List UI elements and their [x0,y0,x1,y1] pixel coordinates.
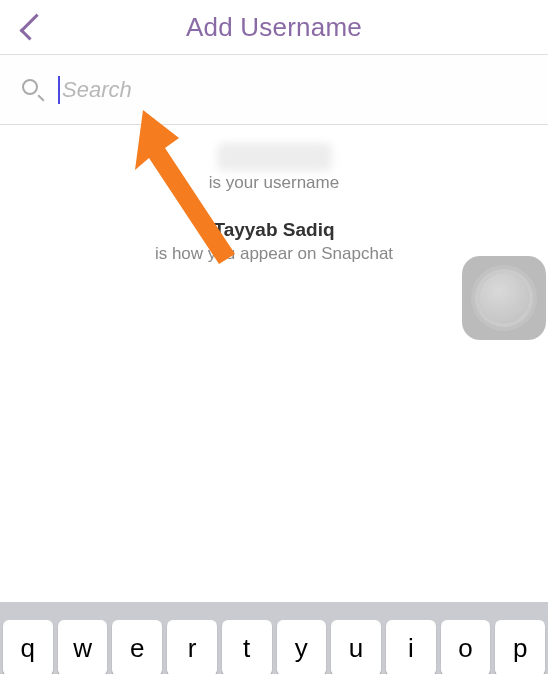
key-t[interactable]: t [222,620,272,674]
search-input-wrapper [58,77,526,103]
chevron-left-icon [20,14,47,41]
header-bar: Add Username [0,0,548,55]
key-o[interactable]: o [441,620,491,674]
page-title: Add Username [186,12,362,43]
back-button[interactable] [18,12,42,42]
key-p[interactable]: p [495,620,545,674]
key-q[interactable]: q [3,620,53,674]
keyboard: q w e r t y u i o p [0,602,548,674]
display-name: Tayyab Sadiq [0,219,548,241]
assistive-touch-button[interactable] [462,256,546,340]
search-bar[interactable] [0,55,548,125]
key-w[interactable]: w [58,620,108,674]
redacted-username [217,143,332,171]
key-i[interactable]: i [386,620,436,674]
key-u[interactable]: u [331,620,381,674]
content-area: is your username Tayyab Sadiq is how you… [0,125,548,264]
text-cursor [58,76,60,104]
search-input[interactable] [58,77,526,103]
key-r[interactable]: r [167,620,217,674]
key-e[interactable]: e [112,620,162,674]
username-label: is your username [0,173,548,193]
assistive-touch-icon [479,273,529,323]
search-icon [22,79,44,101]
key-y[interactable]: y [277,620,327,674]
